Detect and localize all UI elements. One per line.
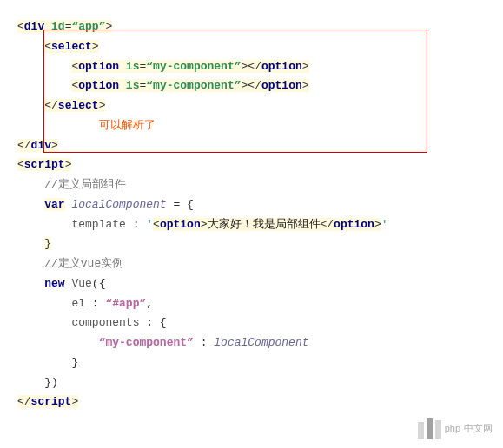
code-line: new Vue({ [17, 274, 486, 294]
watermark: php 中文网 [418, 418, 493, 439]
annotation-text: 可以解析了 [17, 116, 486, 136]
code-line: “my-component” : localComponent [17, 333, 486, 353]
code-line: }) [17, 373, 486, 393]
code-line: } [17, 234, 486, 254]
code-line: </select> [17, 96, 486, 116]
code-line: template : '<option>大家好！我是局部组件</option>' [17, 215, 486, 235]
code-line: //定义vue实例 [17, 254, 486, 274]
code-line: <option is=“my-component”></option> [17, 76, 486, 96]
code-line: </div> [17, 136, 486, 156]
code-line: </script> [17, 392, 486, 412]
code-line: //定义局部组件 [17, 175, 486, 195]
code-line: <select> [17, 37, 486, 57]
code-line: } [17, 353, 486, 373]
code-line: <script> [17, 155, 486, 175]
watermark-bars-icon [418, 418, 441, 439]
code-line: el : “#app”, [17, 294, 486, 314]
code-line: <div id=“app”> [17, 17, 486, 37]
watermark-text-cn: 中文网 [464, 420, 493, 437]
code-line: var localComponent = { [17, 195, 486, 215]
code-line: components : { [17, 313, 486, 333]
watermark-text-php: php [445, 420, 460, 437]
code-line: <option is=“my-component”></option> [17, 57, 486, 77]
